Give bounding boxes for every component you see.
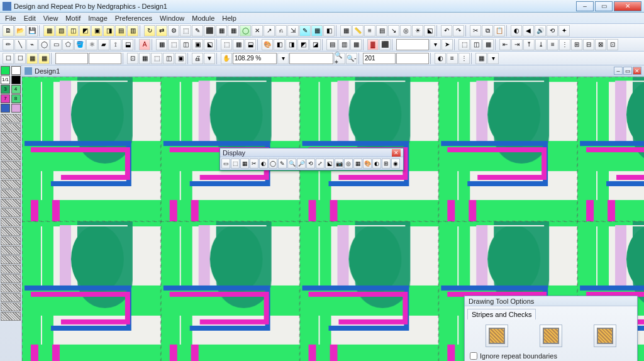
menu-view[interactable]: View: [40, 13, 62, 23]
tool-23[interactable]: ↘: [388, 25, 399, 36]
fill-icon[interactable]: 🪣: [74, 39, 86, 50]
tool-22[interactable]: ▤: [376, 25, 387, 36]
rect-icon[interactable]: ▭: [50, 39, 62, 50]
ruler-icon[interactable]: 📏: [352, 25, 364, 36]
display-toolbar-title[interactable]: Display ✕: [220, 148, 403, 157]
pal-5[interactable]: ◪: [309, 39, 321, 50]
canvas[interactable]: Display ✕ ▭ ⬚ ▦ ✂ ◐ ◯ ✎ 🔍 🔎 ⟲ ⤢ ⬕ 📷: [22, 77, 644, 361]
tool-6[interactable]: ◨: [103, 25, 114, 36]
align-2[interactable]: ⇥: [511, 39, 523, 50]
align-9[interactable]: ⊠: [595, 39, 606, 50]
swatch-8[interactable]: [1, 104, 10, 113]
align-4[interactable]: ⤓: [535, 39, 547, 50]
hatch-2[interactable]: [1, 133, 21, 142]
options-tab-stripes[interactable]: Stripes and Checks: [467, 309, 536, 319]
tool-26[interactable]: ⬕: [424, 25, 435, 36]
tool-21[interactable]: ≡: [364, 25, 375, 36]
swatch-3[interactable]: [11, 75, 21, 84]
disp-tool-16[interactable]: 🎨: [363, 158, 372, 169]
menu-help[interactable]: Help: [218, 13, 240, 23]
layer-3[interactable]: ▦: [350, 39, 362, 50]
pal-3[interactable]: ◨: [286, 39, 297, 50]
tool-8[interactable]: ▥: [127, 25, 138, 36]
print-icon[interactable]: 🖨: [192, 53, 203, 64]
tool-28[interactable]: ⟲: [547, 25, 558, 36]
disp-tool-3[interactable]: ▦: [240, 158, 249, 169]
hatch-1[interactable]: [1, 123, 21, 132]
opt-1[interactable]: ⬛: [379, 39, 391, 50]
tool-a[interactable]: ⟟: [110, 39, 121, 50]
cut-icon[interactable]: ✂: [470, 25, 481, 36]
pal-2[interactable]: ◧: [274, 39, 285, 50]
sound-icon[interactable]: 🔊: [535, 25, 546, 36]
fill2-icon[interactable]: ▰: [98, 39, 109, 50]
disp-tool-4[interactable]: ✂: [250, 158, 258, 169]
zoom-out-icon[interactable]: 🔍-: [346, 53, 357, 64]
stripe-mode-2[interactable]: [540, 325, 562, 347]
swatch-2[interactable]: 1/1: [1, 75, 10, 84]
rb-2[interactable]: ▦: [139, 53, 150, 64]
rb-5[interactable]: ▣: [175, 53, 186, 64]
circle-icon[interactable]: ◯: [240, 25, 251, 36]
grid-dd[interactable]: ▾: [487, 53, 499, 64]
hatch-10[interactable]: [1, 208, 21, 217]
tool-11[interactable]: ✎: [192, 25, 203, 36]
zoom-slider[interactable]: [289, 53, 333, 64]
disp-tool-9[interactable]: 🔎: [297, 158, 306, 169]
stripe-mode-3[interactable]: [594, 325, 616, 347]
swatch-1[interactable]: [11, 66, 21, 75]
rb-4[interactable]: ◫: [163, 53, 174, 64]
stripe-mode-1[interactable]: [486, 325, 508, 347]
paste-icon[interactable]: 📋: [494, 25, 505, 36]
layer-2[interactable]: ▥: [338, 39, 350, 50]
undo-icon[interactable]: ↶: [441, 25, 452, 36]
mode-2[interactable]: ≡: [447, 53, 458, 64]
ignore-repeat-checkbox[interactable]: Ignore repeat boundaries: [470, 352, 632, 360]
sel-2[interactable]: ⬚: [168, 39, 179, 50]
hatch-5[interactable]: [1, 161, 21, 170]
display-close-icon[interactable]: ✕: [392, 149, 401, 157]
hatch-6[interactable]: [1, 170, 21, 179]
num-input-2[interactable]: [396, 53, 429, 64]
tool-17[interactable]: ⇲: [287, 25, 299, 36]
chk-2[interactable]: ☐: [14, 53, 26, 64]
cross-icon[interactable]: ✕: [252, 25, 263, 36]
rb-1[interactable]: ⊡: [127, 53, 138, 64]
disp-tool-10[interactable]: ⟲: [306, 158, 315, 169]
sel-8[interactable]: ⬓: [245, 39, 256, 50]
tool-12[interactable]: ⬛: [204, 25, 215, 36]
hatch-21[interactable]: [1, 312, 21, 321]
disp-tool-13[interactable]: 📷: [335, 158, 343, 169]
ellipse-icon[interactable]: ◯: [38, 39, 50, 50]
hatch-4[interactable]: [1, 152, 21, 160]
rotate-icon[interactable]: ↻: [144, 25, 155, 36]
align-8[interactable]: ⊟: [583, 39, 594, 50]
disp-tool-6[interactable]: ◯: [269, 158, 277, 169]
disp-tool-7[interactable]: ✎: [278, 158, 287, 169]
num-input[interactable]: [363, 53, 396, 64]
tool-9[interactable]: ⚙: [168, 25, 179, 36]
grid-icon[interactable]: ▦: [340, 25, 352, 36]
pal-4[interactable]: ◩: [297, 39, 309, 50]
menu-edit[interactable]: Edit: [20, 13, 40, 23]
close-button[interactable]: ✕: [614, 1, 641, 11]
disp-tool-15[interactable]: ▦: [353, 158, 362, 169]
rb-3[interactable]: ⬚: [151, 53, 162, 64]
grp-1[interactable]: ⬚: [458, 39, 470, 50]
tool-25[interactable]: ☀: [412, 25, 423, 36]
pal-1[interactable]: 🎨: [262, 39, 273, 50]
tool-14[interactable]: ▦: [228, 25, 239, 36]
tool-27[interactable]: ◐: [511, 25, 522, 36]
selector-1[interactable]: [396, 39, 429, 50]
hash-icon[interactable]: ▓: [367, 39, 379, 50]
hand-icon[interactable]: ✋: [221, 53, 232, 64]
down-icon[interactable]: ▼: [204, 53, 215, 64]
flip-icon[interactable]: ⇄: [156, 25, 167, 36]
hatch-20[interactable]: [1, 303, 21, 311]
mode-1[interactable]: ◐: [435, 53, 446, 64]
open-icon[interactable]: 📂: [14, 25, 26, 36]
tool-16[interactable]: ⎌: [275, 25, 287, 36]
hatch-19[interactable]: [1, 293, 21, 302]
tool-2[interactable]: ▧: [55, 25, 67, 36]
tool-18[interactable]: ✎: [299, 25, 311, 36]
